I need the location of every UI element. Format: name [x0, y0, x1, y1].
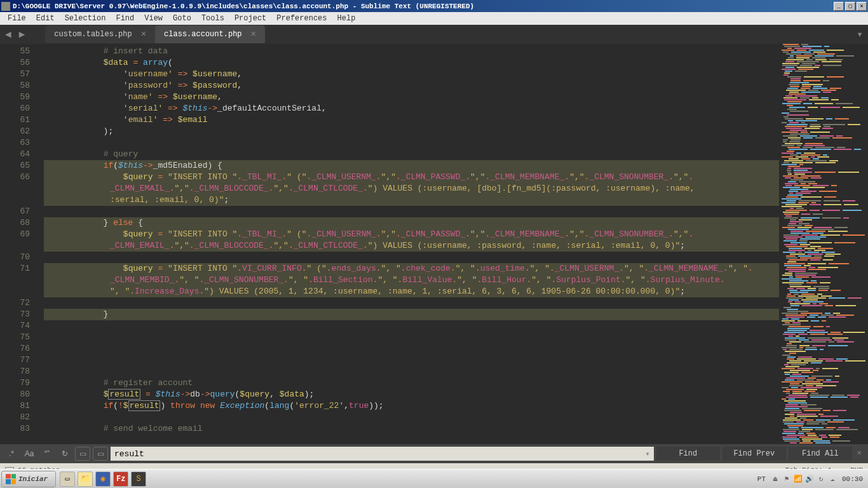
editor-area: 5556575859606162636465666768697071727374…	[0, 44, 868, 444]
tray-volume-icon[interactable]: 🔊	[805, 475, 814, 484]
menu-edit[interactable]: Edit	[31, 13, 60, 24]
tab-class-account[interactable]: class.account.php ×	[155, 25, 265, 43]
quick-launch: ▭ 📁 ◉ Fz S	[60, 471, 146, 487]
menu-preferences[interactable]: Preferences	[271, 13, 332, 24]
menu-selection[interactable]: Selection	[60, 13, 111, 24]
find-all-button[interactable]: Find All	[789, 447, 852, 461]
line-gutter: 5556575859606162636465666768697071727374…	[0, 44, 35, 444]
menu-help[interactable]: Help	[332, 13, 361, 24]
tray-safely-remove-icon[interactable]: ⏏	[771, 475, 780, 484]
find-wrap-toggle[interactable]: ↻	[57, 447, 72, 461]
menu-file[interactable]: File	[3, 13, 31, 24]
firefox-icon[interactable]: ◉	[95, 471, 111, 487]
menu-project[interactable]: Project	[229, 13, 271, 24]
explorer-icon[interactable]: 📁	[78, 471, 93, 487]
code-content[interactable]: # insert data $data = array( 'username' …	[35, 44, 779, 444]
nav-back-icon[interactable]: ◀	[5, 28, 11, 41]
app-icon	[1, 2, 10, 11]
close-button[interactable]: ✕	[857, 2, 867, 11]
maximize-button[interactable]: ▢	[845, 2, 855, 11]
find-bar: .* Aa “” ↻ ▭ ▭ ▾ Find Find Prev Find All…	[0, 444, 868, 463]
find-button[interactable]: Find	[656, 447, 720, 461]
find-word-toggle[interactable]: “”	[39, 447, 55, 461]
system-tray: PT ⏏ ⚑ 📶 🔊 ↻ ☁ 00:30	[752, 475, 868, 484]
tab-close-icon[interactable]: ×	[141, 29, 146, 39]
find-prev-button[interactable]: Find Prev	[722, 447, 786, 461]
tab-close-icon[interactable]: ×	[251, 29, 256, 39]
tab-bar: ◀ ▶ custom.tables.php × class.account.ph…	[0, 25, 868, 44]
minimize-button[interactable]: _	[834, 2, 844, 11]
find-in-selection-toggle[interactable]: ▭	[75, 447, 90, 461]
tab-label: class.account.php	[164, 30, 241, 39]
tray-sync-icon[interactable]: ↻	[817, 475, 825, 484]
tray-network-icon[interactable]: 📶	[794, 475, 803, 484]
find-highlight-toggle[interactable]: ▭	[93, 447, 108, 461]
find-input[interactable]	[114, 449, 646, 459]
start-button[interactable]: Iniciar	[1, 471, 56, 487]
tray-language[interactable]: PT	[757, 475, 766, 483]
menu-find[interactable]: Find	[111, 13, 139, 24]
tab-label: custom.tables.php	[54, 30, 132, 39]
sublime-icon[interactable]: S	[131, 471, 146, 487]
windows-logo-icon	[6, 474, 16, 484]
windows-taskbar: Iniciar ▭ 📁 ◉ Fz S PT ⏏ ⚑ 📶 🔊 ↻ ☁ 00:30	[0, 469, 868, 488]
tray-weather-icon[interactable]: ☁	[828, 475, 837, 484]
menu-goto[interactable]: Goto	[168, 13, 196, 24]
menu-tools[interactable]: Tools	[196, 13, 229, 24]
nav-forward-icon[interactable]: ▶	[19, 28, 25, 41]
tray-clock[interactable]: 00:30	[842, 475, 863, 483]
find-input-wrapper: ▾	[111, 447, 654, 461]
find-case-toggle[interactable]: Aa	[22, 447, 37, 461]
window-titlebar: D:\GOOGLE DRIVE\Server 0.97\WebEngine-1.…	[0, 0, 868, 12]
show-desktop-icon[interactable]: ▭	[60, 471, 75, 487]
menu-bar: File Edit Selection Find View Goto Tools…	[0, 12, 868, 25]
find-history-dropdown-icon[interactable]: ▾	[646, 449, 650, 459]
code-editor[interactable]: 5556575859606162636465666768697071727374…	[0, 44, 779, 444]
menu-view[interactable]: View	[139, 13, 168, 24]
filezilla-icon[interactable]: Fz	[113, 471, 128, 487]
find-regex-toggle[interactable]: .*	[4, 447, 19, 461]
start-label: Iniciar	[18, 475, 48, 483]
window-title: D:\GOOGLE DRIVE\Server 0.97\WebEngine-1.…	[13, 3, 834, 10]
tab-overflow-icon[interactable]: ▾	[857, 28, 863, 41]
tray-action-center-icon[interactable]: ⚑	[782, 475, 791, 484]
tab-custom-tables[interactable]: custom.tables.php ×	[45, 25, 155, 43]
find-close-icon[interactable]: ×	[855, 449, 864, 458]
minimap[interactable]	[779, 44, 868, 444]
